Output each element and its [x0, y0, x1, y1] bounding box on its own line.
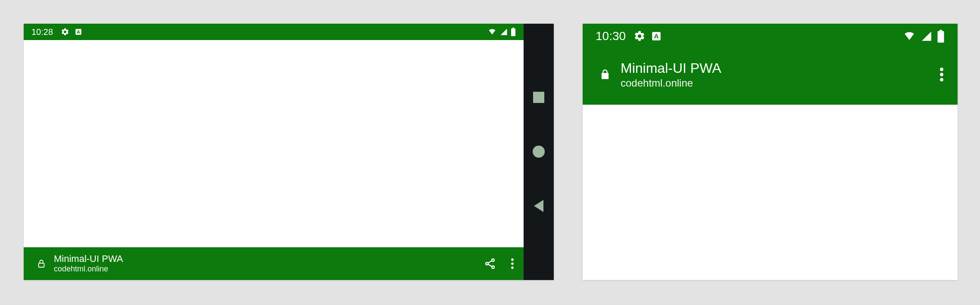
svg-text:A: A [654, 32, 659, 40]
device-landscape: 10:28 A [24, 24, 554, 280]
svg-point-5 [492, 259, 494, 261]
app-title: Minimal-UI PWA [54, 253, 123, 265]
webview-content[interactable] [583, 105, 958, 280]
status-time: 10:28 [31, 27, 53, 37]
android-nav-bar [524, 24, 554, 280]
wifi-icon [902, 31, 916, 42]
svg-rect-16 [939, 30, 942, 32]
app-title: Minimal-UI PWA [621, 59, 721, 77]
status-bar: 10:30 A [583, 24, 958, 49]
webview-content[interactable] [24, 40, 524, 247]
share-icon[interactable] [484, 258, 496, 270]
app-badge-icon: A [75, 28, 82, 36]
svg-point-17 [940, 68, 943, 71]
more-vert-icon[interactable] [939, 67, 944, 82]
cell-signal-icon [921, 31, 933, 42]
svg-line-8 [488, 261, 492, 263]
svg-rect-3 [512, 28, 514, 29]
more-vert-icon[interactable] [511, 258, 514, 270]
svg-point-19 [940, 78, 943, 81]
status-time: 10:30 [596, 29, 626, 43]
app-subtitle: codehtml.online [54, 265, 123, 274]
nav-back-button[interactable] [534, 200, 543, 212]
device-portrait: 10:30 A Minimal-UI PWA codehtml.online [583, 24, 958, 280]
svg-rect-15 [938, 31, 944, 43]
nav-home-button[interactable] [533, 146, 545, 158]
status-bar: 10:28 A [24, 24, 524, 40]
nav-recents-button[interactable] [533, 92, 544, 103]
gear-icon [634, 30, 646, 42]
app-title-block: Minimal-UI PWA codehtml.online [54, 253, 123, 274]
svg-point-12 [511, 267, 514, 269]
svg-point-6 [486, 262, 488, 265]
screen-area: 10:28 A [24, 24, 524, 280]
cell-signal-icon [499, 28, 508, 36]
wifi-icon [487, 28, 497, 36]
lock-icon [599, 68, 611, 81]
app-subtitle: codehtml.online [621, 77, 721, 90]
battery-icon [937, 30, 945, 43]
battery-icon [511, 28, 516, 36]
svg-line-9 [488, 264, 492, 266]
svg-point-18 [940, 73, 943, 76]
svg-point-10 [511, 258, 514, 261]
svg-point-7 [492, 266, 494, 268]
app-bar-top: Minimal-UI PWA codehtml.online [583, 49, 958, 105]
svg-rect-2 [511, 28, 515, 36]
lock-icon [37, 258, 46, 269]
gear-icon [61, 28, 69, 36]
app-title-block: Minimal-UI PWA codehtml.online [621, 59, 721, 90]
svg-point-11 [511, 262, 514, 265]
app-bar-bottom: Minimal-UI PWA codehtml.online [24, 247, 524, 280]
svg-text:A: A [77, 29, 80, 34]
svg-rect-4 [39, 263, 44, 267]
app-badge-icon: A [651, 31, 662, 42]
